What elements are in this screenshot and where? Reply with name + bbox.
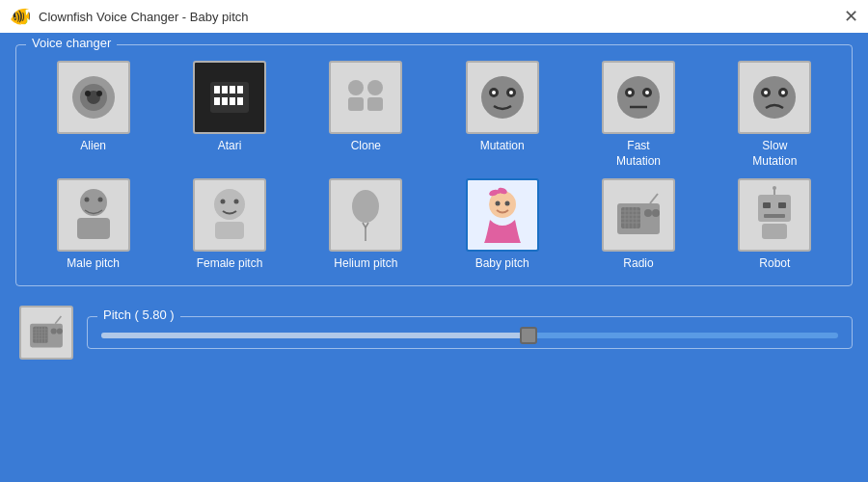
voice-label-male-pitch: Male pitch: [67, 256, 120, 272]
voice-item-slow-mutation[interactable]: Slow Mutation: [712, 61, 838, 169]
voice-icon-radio: [602, 178, 675, 252]
voice-icon-baby-pitch: [466, 178, 539, 252]
svg-point-26: [628, 91, 632, 94]
svg-rect-8: [230, 86, 235, 94]
svg-point-80: [51, 328, 57, 334]
svg-rect-12: [230, 97, 235, 105]
voice-item-male-pitch[interactable]: Male pitch: [30, 178, 156, 272]
svg-point-29: [753, 76, 796, 119]
svg-rect-10: [214, 97, 220, 105]
svg-point-21: [492, 91, 496, 94]
svg-point-47: [497, 190, 501, 194]
voice-icon-fast-mutation: [602, 61, 675, 134]
voice-label-atari: Atari: [218, 139, 242, 154]
voice-item-atari[interactable]: Atari: [166, 61, 292, 169]
voice-item-radio[interactable]: Radio: [575, 178, 701, 272]
window-title: Clownfish Voice Changer - Baby pitch: [39, 10, 249, 24]
voice-icon-atari: [193, 61, 266, 134]
voice-icon-male-pitch: [57, 178, 130, 252]
svg-rect-17: [367, 97, 383, 111]
voice-icon-slow-mutation: [738, 61, 811, 134]
svg-point-4: [96, 91, 102, 96]
svg-point-60: [644, 209, 652, 217]
voice-icon-helium-pitch: [329, 178, 402, 252]
svg-point-34: [80, 189, 107, 216]
svg-rect-65: [778, 202, 786, 208]
svg-rect-64: [763, 202, 771, 208]
voice-item-female-pitch[interactable]: Female pitch: [166, 178, 292, 272]
svg-rect-66: [764, 214, 785, 218]
voice-icon-alien: [57, 61, 130, 134]
svg-line-82: [55, 316, 61, 324]
voice-label-helium-pitch: Helium pitch: [334, 256, 397, 272]
pitch-slider-fill: [101, 333, 529, 338]
svg-point-33: [781, 91, 785, 94]
svg-rect-71: [33, 327, 47, 343]
svg-rect-13: [237, 97, 243, 105]
voice-item-helium-pitch[interactable]: Helium pitch: [303, 178, 429, 272]
app-icon: 🐠: [10, 6, 31, 27]
pitch-slider-track[interactable]: [101, 333, 838, 338]
voice-label-female-pitch: Female pitch: [197, 256, 263, 272]
svg-point-81: [57, 328, 63, 334]
voice-item-clone[interactable]: Clone: [303, 61, 429, 169]
voice-changer-group: Voice changer Alien: [15, 44, 853, 286]
voice-icon-grid: Alien Atari: [30, 61, 838, 272]
pitch-slider-thumb[interactable]: [520, 327, 537, 344]
svg-point-40: [233, 200, 238, 204]
svg-point-37: [97, 198, 102, 202]
titlebar-left: 🐠 Clownfish Voice Changer - Baby pitch: [10, 6, 249, 27]
svg-point-48: [495, 201, 500, 206]
voice-label-slow-mutation: Slow Mutation: [752, 139, 797, 169]
svg-point-22: [509, 91, 513, 94]
svg-point-3: [85, 91, 91, 96]
svg-rect-9: [237, 86, 243, 94]
svg-point-39: [220, 200, 225, 204]
main-content: Voice changer Alien: [0, 33, 868, 371]
voice-label-alien: Alien: [80, 139, 106, 154]
voice-item-fast-mutation[interactable]: Fast Mutation: [575, 61, 701, 169]
current-effect-icon: [19, 306, 73, 360]
svg-rect-35: [77, 218, 110, 239]
voice-icon-clone: [329, 61, 402, 134]
bottom-section: Pitch ( 5.80 ): [15, 302, 853, 360]
svg-rect-41: [215, 222, 244, 239]
svg-point-23: [617, 76, 660, 119]
voice-label-radio: Radio: [623, 256, 653, 272]
close-button[interactable]: ✕: [844, 8, 858, 25]
voice-icon-robot: [738, 178, 811, 252]
svg-rect-11: [222, 97, 228, 105]
voice-item-alien[interactable]: Alien: [30, 61, 156, 169]
voice-item-mutation[interactable]: Mutation: [439, 61, 565, 169]
voice-icon-female-pitch: [193, 178, 266, 252]
voice-label-clone: Clone: [351, 139, 381, 154]
pitch-group: Pitch ( 5.80 ): [87, 316, 853, 349]
svg-point-16: [367, 80, 383, 95]
svg-point-14: [348, 80, 364, 95]
titlebar: 🐠 Clownfish Voice Changer - Baby pitch ✕: [0, 0, 868, 33]
svg-point-27: [645, 91, 649, 94]
voice-label-fast-mutation: Fast Mutation: [616, 139, 661, 169]
svg-point-32: [764, 91, 768, 94]
voice-item-baby-pitch[interactable]: Baby pitch: [439, 178, 565, 272]
pitch-group-label: Pitch ( 5.80 ): [97, 308, 180, 322]
svg-point-36: [84, 198, 89, 202]
svg-point-69: [773, 186, 776, 190]
svg-rect-6: [214, 86, 220, 94]
svg-rect-51: [621, 207, 640, 228]
voice-icon-mutation: [466, 61, 539, 134]
svg-rect-67: [762, 224, 787, 239]
svg-rect-7: [222, 86, 228, 94]
voice-item-robot[interactable]: Robot: [712, 178, 838, 272]
voice-label-robot: Robot: [759, 256, 790, 272]
svg-point-49: [504, 201, 509, 206]
svg-point-38: [214, 189, 245, 220]
svg-line-62: [650, 194, 658, 203]
svg-rect-15: [348, 97, 364, 111]
voice-label-mutation: Mutation: [480, 139, 525, 154]
svg-point-42: [352, 190, 379, 223]
svg-point-61: [652, 209, 660, 217]
voice-label-baby-pitch: Baby pitch: [475, 256, 529, 272]
svg-point-18: [481, 76, 524, 119]
group-box-label: Voice changer: [26, 36, 117, 50]
